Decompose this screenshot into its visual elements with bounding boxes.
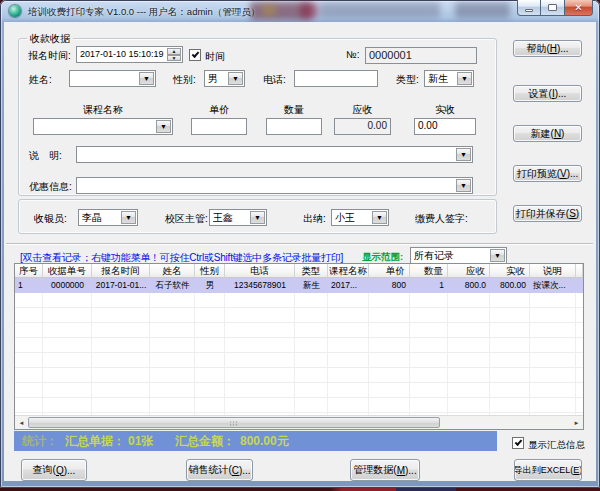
paid-input[interactable]: 0.00 xyxy=(414,118,476,135)
payer-sign-label: 缴费人签字: xyxy=(415,212,468,226)
column-header[interactable]: 性别 xyxy=(195,264,225,278)
column-header[interactable]: 收据单号 xyxy=(43,264,92,278)
gender-value: 男 xyxy=(208,72,227,85)
dropdown-arrow-icon[interactable]: ▼ xyxy=(139,72,154,85)
grid-column xyxy=(43,293,92,415)
dropdown-arrow-icon[interactable]: ▼ xyxy=(121,211,136,224)
cashier-combobox[interactable]: 李晶▼ xyxy=(78,209,138,226)
minimize-button[interactable] xyxy=(517,0,541,16)
dropdown-arrow-icon[interactable]: ▼ xyxy=(372,211,387,224)
receipt-groupbox: 收款收据 报名时间: 2017-01-10 15:10:19 ▲▼ 时间 №: … xyxy=(18,38,497,196)
help-button[interactable]: 帮助(H)... xyxy=(513,40,582,57)
column-header[interactable]: 数量 xyxy=(410,264,448,278)
stats-count-value: 01张 xyxy=(128,431,153,451)
column-header[interactable]: 电话 xyxy=(225,264,295,278)
horizontal-scrollbar[interactable]: ◄ ⁞⁞⁞ ► xyxy=(15,415,583,429)
note-combobox[interactable]: ▼ xyxy=(76,146,473,163)
teller-label: 出纳: xyxy=(303,212,326,226)
table-cell: 石子软件 xyxy=(150,278,195,293)
cashier-value: 李晶 xyxy=(82,211,120,224)
new-button[interactable]: 新建(N) xyxy=(513,125,582,142)
dropdown-arrow-icon[interactable]: ▼ xyxy=(490,249,505,262)
dropdown-arrow-icon[interactable]: ▼ xyxy=(457,72,472,85)
titlebar[interactable]: 培训收费打印专家 V1.0.0 --- 用户名：admin（管理员） ✕ xyxy=(0,0,600,22)
application-window: 培训收费打印专家 V1.0.0 --- 用户名：admin（管理员） ✕ 收款收… xyxy=(0,0,600,491)
enroll-time-input[interactable]: 2017-01-10 15:10:19 ▲▼ xyxy=(76,46,183,63)
enroll-time-label: 报名时间: xyxy=(28,49,71,63)
column-header[interactable]: 报名时间 xyxy=(92,264,150,278)
column-header[interactable]: 类型 xyxy=(295,264,328,278)
manage-data-button[interactable]: 管理数据(M)... xyxy=(350,459,420,481)
name-label: 姓名: xyxy=(29,73,52,87)
dropdown-arrow-icon[interactable]: ▼ xyxy=(156,120,171,133)
manager-value: 王鑫 xyxy=(213,211,249,224)
close-button[interactable]: ✕ xyxy=(565,0,593,16)
teller-value: 小王 xyxy=(335,211,371,224)
table-cell: 800.0 xyxy=(448,278,490,293)
grid-column xyxy=(530,293,576,415)
export-excel-button[interactable]: 导出到EXCEL(E) xyxy=(514,459,582,481)
stats-count-label: 汇总单据： xyxy=(65,431,125,451)
manager-combobox[interactable]: 王鑫▼ xyxy=(209,209,267,226)
column-header[interactable]: 姓名 xyxy=(150,264,195,278)
column-header[interactable]: 说明 xyxy=(530,264,576,278)
table-cell: 男 xyxy=(195,278,225,293)
column-header[interactable]: 单价 xyxy=(369,264,410,278)
dropdown-arrow-icon[interactable]: ▼ xyxy=(456,179,471,192)
phone-input[interactable] xyxy=(294,70,378,87)
settings-button[interactable]: 设置(I)... xyxy=(513,85,582,102)
dropdown-arrow-icon[interactable]: ▼ xyxy=(228,72,243,85)
type-combobox[interactable]: 新生▼ xyxy=(424,70,474,87)
gender-combobox[interactable]: 男▼ xyxy=(204,70,245,87)
maximize-button[interactable] xyxy=(541,0,565,16)
type-label: 类型: xyxy=(396,73,419,87)
show-summary-checkbox[interactable] xyxy=(512,437,524,449)
show-summary-label: 显示汇总信息 xyxy=(528,439,585,452)
gender-label: 性别: xyxy=(173,73,196,87)
grid-column xyxy=(490,293,530,415)
course-combobox[interactable]: ▼ xyxy=(33,118,173,135)
time-spinner[interactable]: ▲▼ xyxy=(167,48,181,61)
column-header[interactable]: 应收 xyxy=(448,264,490,278)
grid-column xyxy=(150,293,195,415)
due-input[interactable]: 0.00 xyxy=(334,118,391,135)
table-cell: 1 xyxy=(15,278,43,293)
course-label: 课程名称 xyxy=(33,103,173,117)
time-checkbox[interactable] xyxy=(189,49,201,61)
due-label: 应收 xyxy=(334,103,391,117)
print-save-button[interactable]: 打印并保存(S) xyxy=(513,205,582,222)
table-cell: 新生 xyxy=(295,278,328,293)
grid-column xyxy=(92,293,150,415)
table-cell: 2017-01-01... xyxy=(92,278,150,293)
table-cell: 12345678901 xyxy=(225,278,295,293)
stats-amount-label: 汇总金额： xyxy=(175,431,235,451)
grid-column xyxy=(15,293,43,415)
scrollbar-thumb[interactable]: ⁞⁞⁞ xyxy=(28,417,440,428)
dropdown-arrow-icon[interactable]: ▼ xyxy=(456,148,471,161)
scroll-left-icon[interactable]: ◄ xyxy=(15,417,28,429)
minimize-icon xyxy=(525,9,533,12)
spin-down-icon[interactable]: ▼ xyxy=(167,55,181,62)
window-title: 培训收费打印专家 V1.0.0 --- 用户名：admin（管理员） xyxy=(28,6,260,19)
staff-frame: 收银员: 李晶▼ 校区主管: 王鑫▼ 出纳: 小王▼ 缴费人签字: xyxy=(18,199,497,234)
column-header[interactable]: 课程名称 xyxy=(328,264,369,278)
print-preview-button[interactable]: 打印预览(V)... xyxy=(513,165,582,182)
receipt-no-input[interactable]: 0000001 xyxy=(365,47,477,64)
scope-combobox[interactable]: 所有记录▼ xyxy=(410,247,507,264)
dropdown-arrow-icon[interactable]: ▼ xyxy=(250,211,265,224)
column-header[interactable]: 序号 xyxy=(15,264,43,278)
qty-input[interactable] xyxy=(266,118,322,135)
scroll-right-icon[interactable]: ► xyxy=(570,417,583,429)
table-cell: 800 xyxy=(369,278,410,293)
discount-combobox[interactable]: ▼ xyxy=(76,177,473,194)
teller-combobox[interactable]: 小王▼ xyxy=(331,209,389,226)
time-checkbox-label: 时间 xyxy=(205,50,225,64)
sales-stats-button[interactable]: 销售统计(C)... xyxy=(186,459,253,481)
column-header[interactable]: 实收 xyxy=(490,264,530,278)
grid-column xyxy=(295,293,328,415)
table-row[interactable]: 100000002017-01-01...石子软件男12345678901新生2… xyxy=(15,278,583,293)
table-header: 序号收据单号报名时间姓名性别电话类型课程名称单价数量应收实收说明 xyxy=(15,264,583,278)
query-button[interactable]: 查询(Q)... xyxy=(21,459,87,481)
price-input[interactable] xyxy=(191,118,247,135)
name-combobox[interactable]: ▼ xyxy=(69,70,156,87)
